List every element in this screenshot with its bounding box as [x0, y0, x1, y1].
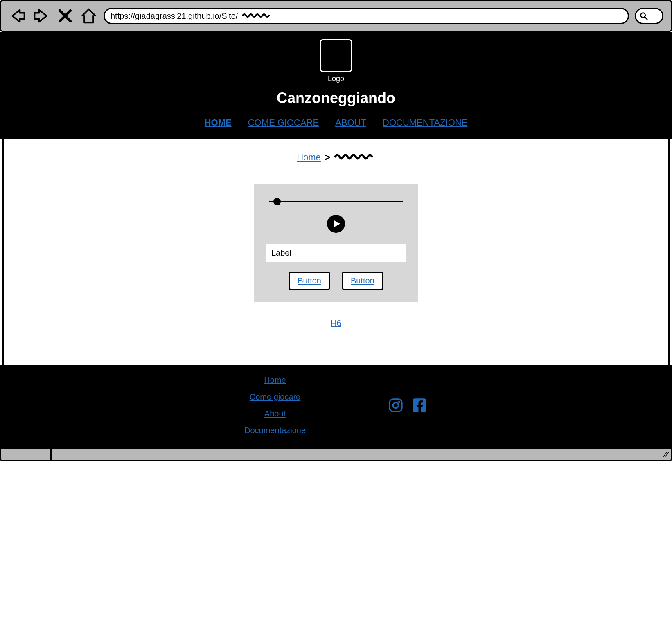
progress-slider[interactable] — [269, 198, 403, 206]
nav-about[interactable]: ABOUT — [335, 117, 366, 128]
footer-home[interactable]: Home — [264, 375, 286, 385]
url-bar[interactable]: https://giadagrassi21.github.io/Sito/ — [104, 8, 629, 24]
instagram-icon[interactable] — [388, 397, 404, 414]
site-title: Canzoneggiando — [0, 90, 672, 107]
browser-toolbar: https://giadagrassi21.github.io/Sito/ — [0, 0, 672, 32]
social-icons — [388, 397, 428, 414]
h6-link[interactable]: H6 — [331, 319, 341, 328]
back-icon[interactable] — [9, 7, 27, 25]
url-text: https://giadagrassi21.github.io/Sito/ — [110, 11, 238, 21]
facebook-icon[interactable] — [411, 397, 428, 414]
resize-grip-icon[interactable]: // — [663, 451, 669, 459]
home-icon[interactable] — [80, 7, 98, 25]
site-footer: Home Come giocare About Documentazione — [0, 365, 672, 447]
answer-input[interactable]: Label — [266, 244, 406, 262]
stop-icon[interactable] — [56, 7, 74, 25]
main-nav: HOME COME GIOCARE ABOUT DOCUMENTAZIONE — [0, 117, 672, 128]
site-header: Logo Canzoneggiando HOME COME GIOCARE AB… — [0, 32, 672, 139]
logo-label: Logo — [0, 74, 672, 83]
footer-documentazione[interactable]: Documentazione — [244, 426, 306, 435]
nav-home[interactable]: HOME — [205, 117, 232, 128]
page-body: Home > Label Button Button H6 — [2, 139, 670, 365]
search-button[interactable] — [635, 8, 663, 24]
button-2[interactable]: Button — [342, 272, 383, 290]
forward-icon[interactable] — [32, 7, 50, 25]
slider-track — [269, 201, 403, 202]
input-placeholder: Label — [271, 248, 291, 257]
chevron-right-icon: > — [325, 152, 330, 163]
search-icon — [639, 11, 648, 20]
player-card: Label Button Button — [254, 184, 418, 302]
nav-come-giocare[interactable]: COME GIOCARE — [248, 117, 319, 128]
footer-links: Home Come giocare About Documentazione — [244, 375, 306, 435]
button-1[interactable]: Button — [289, 272, 330, 290]
footer-about[interactable]: About — [264, 409, 286, 418]
logo-placeholder — [320, 39, 352, 72]
browser-statusbar: // — [0, 447, 672, 461]
svg-point-3 — [393, 402, 398, 408]
footer-come-giocare[interactable]: Come giocare — [250, 392, 301, 402]
play-button[interactable] — [327, 215, 345, 233]
url-extra-squiggle — [242, 11, 271, 21]
svg-point-4 — [398, 401, 400, 403]
svg-rect-2 — [390, 399, 402, 411]
button-row: Button Button — [266, 272, 406, 290]
slider-thumb[interactable] — [273, 198, 281, 205]
nav-documentazione[interactable]: DOCUMENTAZIONE — [383, 117, 467, 128]
breadcrumb-current — [334, 152, 375, 163]
play-icon — [333, 220, 341, 228]
breadcrumb-home[interactable]: Home — [297, 152, 321, 163]
svg-line-1 — [645, 17, 647, 20]
breadcrumb: Home > — [297, 152, 375, 163]
